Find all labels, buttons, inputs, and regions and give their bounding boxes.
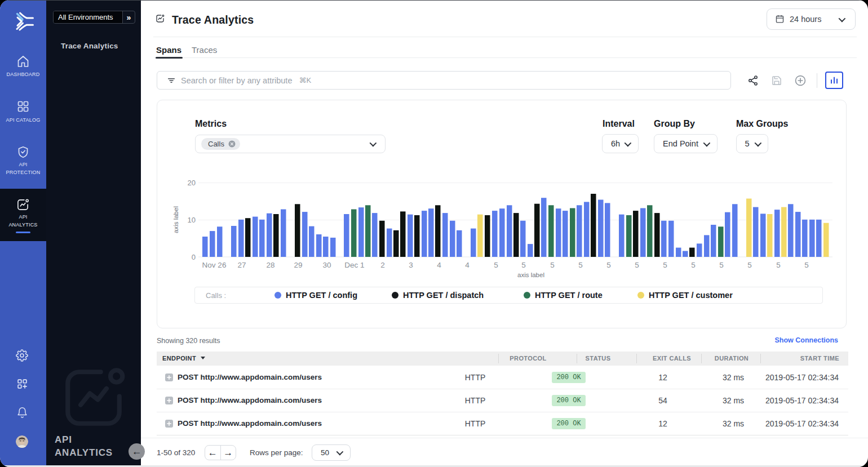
svg-text:27: 27 bbox=[237, 261, 246, 269]
svg-text:5: 5 bbox=[550, 261, 555, 269]
svg-text:20: 20 bbox=[188, 179, 196, 187]
svg-text:28: 28 bbox=[266, 261, 274, 269]
svg-text:30: 30 bbox=[322, 261, 331, 269]
svg-text:Dec 1: Dec 1 bbox=[344, 261, 364, 269]
svg-text:5: 5 bbox=[691, 261, 696, 269]
svg-text:5: 5 bbox=[719, 261, 724, 269]
svg-text:5: 5 bbox=[578, 261, 583, 269]
svg-text:2: 2 bbox=[380, 261, 385, 269]
svg-text:29: 29 bbox=[294, 261, 302, 269]
svg-text:5: 5 bbox=[804, 261, 809, 269]
svg-text:axis label: axis label bbox=[172, 206, 179, 233]
svg-text:5: 5 bbox=[606, 261, 611, 269]
svg-text:5: 5 bbox=[521, 261, 526, 269]
svg-text:4: 4 bbox=[465, 261, 470, 269]
svg-text:5: 5 bbox=[747, 261, 752, 269]
svg-text:4: 4 bbox=[437, 261, 441, 269]
svg-text:5: 5 bbox=[494, 261, 498, 269]
svg-text:5: 5 bbox=[663, 261, 667, 269]
svg-text:10: 10 bbox=[188, 216, 196, 224]
svg-text:3: 3 bbox=[409, 261, 413, 269]
svg-text:5: 5 bbox=[776, 261, 781, 269]
svg-text:axis label: axis label bbox=[517, 272, 544, 278]
svg-text:Nov 26: Nov 26 bbox=[202, 261, 227, 269]
svg-text:5: 5 bbox=[635, 261, 639, 269]
svg-text:0: 0 bbox=[192, 253, 196, 261]
